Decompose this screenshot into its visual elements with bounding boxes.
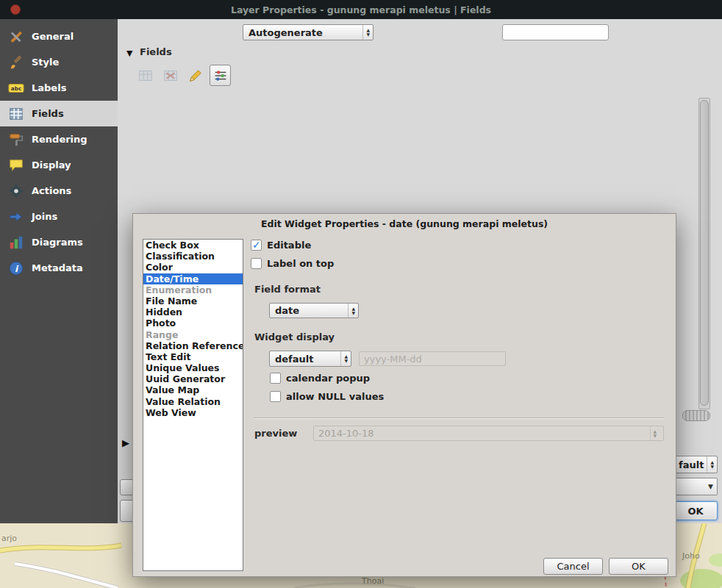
widget-type-option-disabled: Range <box>143 329 243 340</box>
widget-type-option[interactable]: Web View <box>143 407 243 418</box>
allow-null-checkbox[interactable] <box>270 391 281 402</box>
calendar-popup-checkbox-row: calendar popup <box>270 373 370 384</box>
sliders-icon <box>212 68 229 84</box>
calendar-popup-checkbox[interactable] <box>270 373 281 384</box>
background-combo-value: fault <box>679 459 704 470</box>
delete-column-button[interactable] <box>160 65 181 86</box>
editable-checkbox[interactable] <box>251 240 262 251</box>
sidebar-item-labels[interactable]: abc Labels <box>0 75 118 101</box>
sidebar-item-metadata[interactable]: i Metadata <box>0 255 118 281</box>
field-format-combo[interactable]: date ▲▼ <box>269 303 359 318</box>
spinner-arrows-icon: ▲▼ <box>340 351 351 366</box>
widget-type-option-disabled: Enumeration <box>143 284 243 295</box>
map-label: Thoai <box>362 576 384 586</box>
widget-type-option[interactable]: Value Relation <box>143 396 243 407</box>
editable-label: Editable <box>267 240 311 251</box>
sidebar-item-label: Diagrams <box>32 237 83 248</box>
sidebar-item-label: Display <box>32 159 71 171</box>
python-init-input[interactable] <box>502 24 609 40</box>
spinner-arrows-icon: ▲▼ <box>650 426 659 440</box>
widget-type-option[interactable]: Text Edit <box>143 351 243 362</box>
widget-type-option[interactable]: Color <box>143 262 243 273</box>
sidebar-item-rendering[interactable]: Rendering <box>0 126 118 152</box>
widget-type-option[interactable]: File Name <box>143 295 243 306</box>
widget-type-option[interactable]: Hidden <box>143 306 243 318</box>
widget-type-option[interactable]: Photo <box>143 318 243 329</box>
fields-toolbar <box>135 65 231 86</box>
sidebar-item-style[interactable]: Style <box>0 49 118 75</box>
sidebar-item-label: Metadata <box>32 262 83 273</box>
display-format-value: default <box>275 354 313 365</box>
widget-type-option[interactable]: Classification <box>143 251 243 262</box>
attribute-editor-layout-combo[interactable]: Autogenerate ▲▼ <box>243 24 373 40</box>
delete-column-icon <box>162 68 179 84</box>
add-column-button[interactable] <box>135 65 156 86</box>
widget-type-option-selected[interactable]: Date/Time <box>143 273 243 284</box>
background-combo-partial[interactable]: fault ▲▼ <box>675 456 718 473</box>
paint-roller-icon <box>7 131 25 148</box>
info-icon: i <box>7 259 25 277</box>
sidebar-item-fields[interactable]: Fields <box>0 101 118 126</box>
table-vertical-scrollbar[interactable] <box>698 98 710 409</box>
toggle-editing-button[interactable] <box>185 65 206 86</box>
window-title: Layer Properties - gunung merapi meletus… <box>231 4 491 15</box>
dialog-title: Edit Widget Properties - date (gunung me… <box>133 218 676 229</box>
sidebar-item-general[interactable]: General <box>0 24 118 49</box>
panel-collapse-arrow-icon[interactable]: ▶ <box>122 437 129 448</box>
editable-checkbox-row: Editable <box>251 240 311 251</box>
widget-type-option[interactable]: Relation Reference <box>143 340 243 351</box>
cancel-button[interactable]: Cancel <box>543 558 603 575</box>
background-ok-button[interactable]: OK <box>673 501 718 520</box>
gear-icon <box>7 182 25 200</box>
display-format-combo[interactable]: default ▲▼ <box>269 351 351 367</box>
tools-icon <box>7 28 25 46</box>
label-on-top-checkbox[interactable] <box>251 258 262 269</box>
sidebar-item-label: Actions <box>32 185 71 196</box>
widget-type-option[interactable]: Uuid Generator <box>143 373 243 384</box>
abc-icon: abc <box>7 79 25 97</box>
pencil-icon <box>187 68 204 84</box>
custom-format-input[interactable] <box>359 351 506 366</box>
table-horizontal-scrollbar[interactable] <box>682 410 710 421</box>
widget-type-option[interactable]: Value Map <box>143 384 243 395</box>
sidebar-item-label: Style <box>32 57 59 68</box>
sidebar-item-joins[interactable]: Joins <box>0 204 118 229</box>
background-dropdown-partial[interactable]: ▼ <box>675 478 718 495</box>
paintbrush-icon <box>7 54 25 71</box>
ok-button[interactable]: OK <box>609 558 668 575</box>
window-titlebar: Layer Properties - gunung merapi meletus… <box>0 0 722 19</box>
widget-type-option[interactable]: Check Box <box>143 240 243 251</box>
join-arrow-icon <box>7 208 25 226</box>
edit-widget-properties-dialog: Edit Widget Properties - date (gunung me… <box>132 213 676 577</box>
sidebar-item-diagrams[interactable]: Diagrams <box>0 229 118 255</box>
close-button[interactable] <box>10 4 21 15</box>
sidebar-item-label: Fields <box>32 108 64 119</box>
svg-text:abc: abc <box>11 85 22 92</box>
scrollbar-thumb[interactable] <box>700 100 709 406</box>
widget-type-option[interactable]: Unique Values <box>143 362 243 373</box>
chevron-down-icon: ▼ <box>704 483 717 490</box>
label-on-top-label: Label on top <box>267 258 334 269</box>
map-label: arjo <box>1 534 17 543</box>
speech-bubble-icon <box>7 157 25 174</box>
add-column-icon <box>137 68 154 84</box>
field-widget-settings-button[interactable] <box>210 65 231 86</box>
sidebar-item-label: General <box>32 31 74 42</box>
properties-sidebar: General Style abc Labels Fields Renderin… <box>0 19 118 523</box>
calendar-popup-label: calendar popup <box>286 373 370 384</box>
field-format-value: date <box>275 305 299 316</box>
preview-date-field[interactable]: 2014-10-18 ▲▼ <box>313 426 664 441</box>
separator-line <box>254 417 664 419</box>
bar-chart-icon <box>7 234 25 251</box>
collapse-caret-icon[interactable]: ▼ <box>126 49 132 58</box>
allow-null-checkbox-row: allow NULL values <box>270 391 384 402</box>
preview-label: preview <box>254 428 297 439</box>
table-icon <box>7 105 25 123</box>
sidebar-item-label: Joins <box>32 211 57 222</box>
spinner-arrows-icon: ▲▼ <box>362 25 373 40</box>
spinner-arrows-icon: ▲▼ <box>348 304 358 318</box>
label-on-top-checkbox-row: Label on top <box>251 258 334 269</box>
sidebar-item-actions[interactable]: Actions <box>0 178 118 204</box>
sidebar-item-label: Rendering <box>32 134 87 145</box>
sidebar-item-display[interactable]: Display <box>0 152 118 178</box>
